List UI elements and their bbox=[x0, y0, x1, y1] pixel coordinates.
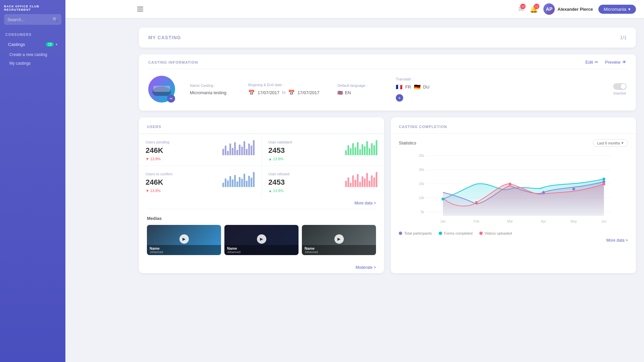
bar bbox=[229, 143, 231, 155]
casting-avatar-wrap: ✏ bbox=[148, 76, 175, 103]
bar bbox=[355, 147, 356, 155]
castings-badge: 18 bbox=[46, 42, 54, 47]
bar bbox=[352, 175, 354, 187]
bar bbox=[244, 174, 245, 187]
stat-label-1: User validated bbox=[268, 140, 292, 144]
casting-info-card: CASTING INFORMATION Edit ✏ Preview 👁 bbox=[139, 54, 636, 111]
sidebar-item-my-castings[interactable]: My castings bbox=[0, 59, 65, 68]
mini-chart-3 bbox=[345, 172, 377, 187]
chart-more-data[interactable]: More data > bbox=[399, 235, 628, 243]
bar bbox=[251, 178, 252, 187]
play-icon-2: ▶ bbox=[334, 234, 344, 244]
mail-icon-wrap[interactable]: ✉ 10 bbox=[519, 5, 524, 13]
bar bbox=[366, 173, 368, 187]
legend-label-2: Videos uploaded bbox=[485, 231, 512, 235]
topnav: ✉ 10 🔔 11 AP Alexander Pierce Micromania… bbox=[65, 0, 644, 18]
bar bbox=[234, 142, 236, 155]
mini-chart-0 bbox=[222, 140, 255, 155]
bar bbox=[373, 177, 375, 187]
bar bbox=[244, 141, 245, 155]
stat-change-0: ▼ 13.8% bbox=[146, 157, 169, 161]
bottom-row: USERS Users pending 246K ▼ 13.8% User va… bbox=[139, 117, 636, 280]
consumers-section-label: CONSUMERS bbox=[0, 30, 65, 39]
legend-forms-completed: Forms completed bbox=[439, 231, 473, 235]
legend-dot-cyan bbox=[439, 232, 442, 235]
search-icon: 🔍 bbox=[52, 17, 58, 22]
svg-text:Mar: Mar bbox=[507, 220, 513, 223]
legend-dot-pink bbox=[479, 232, 483, 235]
sidebar-item-castings[interactable]: Castings 18 ▾ bbox=[3, 39, 63, 50]
bar bbox=[222, 149, 224, 155]
media-thumb-1[interactable]: ▶ Name JohannaS bbox=[224, 225, 299, 255]
hamburger-icon[interactable] bbox=[136, 5, 145, 13]
svg-text:5k: 5k bbox=[421, 210, 425, 214]
bar bbox=[345, 181, 347, 187]
active-toggle[interactable] bbox=[613, 83, 627, 90]
bar bbox=[234, 175, 236, 187]
completion-card: CASTING COMPLETION Statistics Last 6 mon… bbox=[391, 117, 636, 273]
stat-label-0: Users pending bbox=[146, 140, 169, 144]
stat-value-2: 246K bbox=[146, 178, 172, 187]
stat-change-2: ▼ 13.8% bbox=[146, 189, 172, 193]
bar bbox=[227, 151, 229, 155]
search-bar[interactable]: 🔍 bbox=[4, 14, 61, 25]
moderate-link[interactable]: Moderate > bbox=[139, 262, 384, 273]
period-label: Last 6 months bbox=[597, 141, 620, 145]
search-input[interactable] bbox=[7, 17, 52, 22]
bar bbox=[239, 177, 240, 187]
bar bbox=[350, 148, 352, 155]
dot-pink-5 bbox=[603, 183, 605, 185]
dot-purple-5 bbox=[603, 180, 605, 183]
bar bbox=[229, 176, 231, 187]
brand-label: Micromania bbox=[604, 7, 626, 12]
date-end: 17/07/2017 bbox=[298, 90, 319, 95]
preview-label: Preview bbox=[605, 60, 621, 65]
sidebar: BACK OFFICE CLUB RECRUTEMENT 🔍 CONSUMERS… bbox=[0, 0, 65, 362]
default-lang-label: Default language : bbox=[337, 83, 378, 87]
bar bbox=[239, 144, 240, 155]
legend-videos-uploaded: Videos uploaded bbox=[479, 231, 512, 235]
chevron-down-icon: ▾ bbox=[56, 43, 57, 46]
play-icon-1: ▶ bbox=[257, 234, 266, 244]
stat-label-3: User refused bbox=[268, 172, 289, 176]
more-data-link[interactable]: More data > bbox=[139, 197, 384, 209]
date-to: to bbox=[282, 90, 285, 95]
media-thumb-0[interactable]: ▶ Name JohannaS bbox=[147, 225, 221, 255]
translate-flags: 🇫🇷 FR 🇩🇪 DU bbox=[396, 84, 436, 90]
default-lang-value: 🇬🇧 EN bbox=[337, 90, 378, 95]
preview-button[interactable]: Preview 👁 bbox=[605, 60, 627, 65]
bar bbox=[251, 145, 252, 155]
edit-label: Edit bbox=[585, 60, 593, 65]
date-label: Begining & End date : bbox=[248, 83, 319, 87]
date-start: 17/07/2017 bbox=[258, 90, 279, 95]
brand-dropdown[interactable]: Micromania ▾ bbox=[598, 5, 636, 14]
avatar-edit-button[interactable]: ✏ bbox=[167, 95, 175, 103]
name-casting-group: Name Casting : Micromania testing bbox=[190, 83, 240, 95]
media-thumb-2[interactable]: ▶ Name JohannaS bbox=[302, 225, 376, 255]
bar bbox=[253, 140, 255, 155]
legend-total-participants: Total participants bbox=[399, 231, 432, 235]
translate-du: DU bbox=[423, 84, 430, 89]
add-language-button[interactable]: + bbox=[396, 94, 403, 102]
period-dropdown[interactable]: Last 6 months ▾ bbox=[593, 139, 628, 147]
stat-value-0: 246K bbox=[146, 146, 169, 155]
bar bbox=[241, 179, 243, 187]
stat-change-1: ▲ 13.8% bbox=[268, 157, 292, 161]
edit-button[interactable]: Edit ✏ bbox=[585, 60, 598, 65]
topnav-icons: ✉ 10 🔔 11 AP Alexander Pierce Micromania… bbox=[519, 3, 636, 15]
bar bbox=[241, 146, 243, 155]
avatar: AP bbox=[543, 3, 555, 15]
media-user-2: JohannaS bbox=[305, 250, 373, 254]
media-name-2: Name bbox=[305, 246, 373, 250]
user-profile[interactable]: AP Alexander Pierce bbox=[543, 3, 593, 15]
bar bbox=[362, 176, 363, 187]
notification-icon-wrap[interactable]: 🔔 11 bbox=[530, 5, 538, 13]
name-casting-value: Micromania testing bbox=[190, 90, 230, 95]
sidebar-item-create-casting[interactable]: Create a new casting bbox=[0, 50, 65, 59]
mini-chart-1 bbox=[345, 140, 377, 155]
bar bbox=[371, 175, 373, 187]
bar bbox=[225, 145, 226, 155]
svg-text:Jun: Jun bbox=[601, 220, 606, 223]
media-user-1: JohannaS bbox=[227, 250, 296, 254]
bar bbox=[232, 179, 233, 187]
